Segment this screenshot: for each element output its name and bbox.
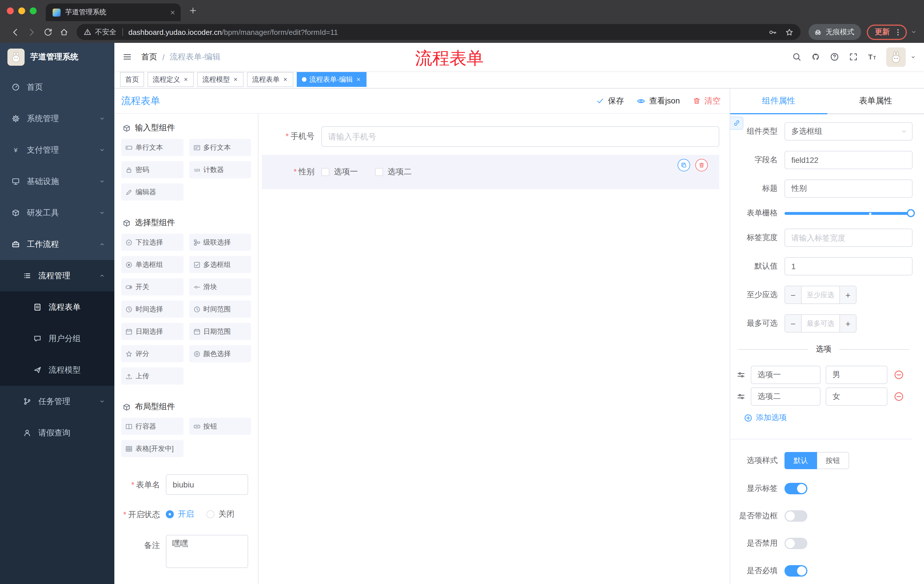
tab-component-props[interactable]: 组件属性 [730,89,827,114]
gender-option2-checkbox[interactable]: 选项二 [375,167,412,177]
option-label-input[interactable] [751,387,820,406]
fullscreen-icon[interactable] [848,52,858,62]
toolbar-chevron-icon[interactable] [910,29,917,35]
sidebar-logo[interactable]: 芋道管理系统 [0,43,114,71]
min-select-input[interactable] [802,286,839,303]
browser-menu-icon[interactable] [894,28,902,36]
palette-item-upload[interactable]: 上传 [121,367,183,385]
palette-item-slider[interactable]: 滑块 [189,278,251,295]
bookmark-star-icon[interactable] [785,28,794,36]
palette-item-rate[interactable]: 评分 [121,345,183,362]
sidebar-item-system[interactable]: 系统管理 [0,103,114,134]
user-avatar[interactable] [886,47,906,67]
form-name-input[interactable] [166,474,248,495]
tag-close-icon[interactable] [233,77,238,82]
tag-process-model[interactable]: 流程模型 [197,72,244,87]
decrement-button[interactable]: − [785,286,802,303]
palette-item-color-picker[interactable]: 颜色选择 [189,345,251,362]
tag-close-icon[interactable] [356,77,361,82]
gender-option1-checkbox[interactable]: 选项一 [321,167,358,177]
style-default-button[interactable]: 默认 [784,452,817,469]
window-close-button[interactable] [7,7,14,14]
help-icon[interactable] [830,52,839,62]
decrement-button[interactable]: − [785,315,802,332]
remark-textarea[interactable]: 嘿嘿 [166,535,248,568]
window-zoom-button[interactable] [30,7,36,14]
sidebar-item-workflow[interactable]: 工作流程 [0,229,114,260]
tab-form-props[interactable]: 表单属性 [827,89,924,114]
increment-button[interactable]: + [839,286,856,303]
hamburger-icon[interactable] [122,52,132,62]
border-switch[interactable] [784,510,807,522]
label-width-input[interactable] [784,229,912,247]
palette-item-editor[interactable]: 编辑器 [121,183,183,201]
palette-item-single-line-text[interactable]: 单行文本 [121,139,183,156]
tag-process-form-edit[interactable]: 流程表单-编辑 [297,72,366,87]
remove-option-button[interactable] [894,392,904,402]
forward-icon[interactable] [27,27,36,37]
breadcrumb-home[interactable]: 首页 [141,52,157,62]
slider-handle[interactable] [907,209,915,217]
palette-item-select[interactable]: 下拉选择 [121,234,183,251]
back-icon[interactable] [10,27,20,37]
clear-button[interactable]: 清空 [693,96,721,106]
security-label[interactable]: 不安全 [95,27,116,37]
sidebar-item-process-model[interactable]: 流程模型 [0,354,114,386]
palette-item-cascader[interactable]: 级联选择 [189,234,251,251]
component-type-select[interactable]: 多选框组 [784,122,912,141]
palette-item-date-range[interactable]: 日期范围 [189,323,251,340]
status-on-radio[interactable]: 开启 [166,509,194,520]
phone-input[interactable] [321,126,719,147]
required-switch[interactable] [784,565,807,577]
browser-home-icon[interactable] [59,28,69,36]
sidebar-item-infrastructure[interactable]: 基础设施 [0,166,114,197]
option-value-input[interactable] [826,366,888,384]
avatar-caret-icon[interactable] [910,54,916,60]
sidebar-item-task-management[interactable]: 任务管理 [0,386,114,417]
remove-option-button[interactable] [894,370,904,380]
widget-copy-button[interactable] [678,159,690,171]
option-label-input[interactable] [751,366,820,384]
address-bar[interactable]: 不安全 dashboard.yudao.iocoder.cn/bpm/manag… [77,24,800,40]
sidebar-item-leave-query[interactable]: 请假查询 [0,417,114,449]
tag-close-icon[interactable] [282,77,288,82]
view-json-button[interactable]: 查看json [637,96,680,106]
drag-handle-icon[interactable] [736,370,746,380]
palette-item-row-container[interactable]: 行容器 [121,418,183,435]
default-value-input[interactable] [784,257,912,275]
palette-item-checkbox-group[interactable]: 多选框组 [189,256,251,273]
form-canvas[interactable]: *手机号 *性别 [259,114,729,584]
status-off-radio[interactable]: 关闭 [206,509,234,520]
palette-item-date-picker[interactable]: 日期选择 [121,323,183,340]
palette-item-radio-group[interactable]: 单选框组 [121,256,183,273]
sidebar-item-devtools[interactable]: 研发工具 [0,197,114,229]
tab-close-icon[interactable] [169,9,176,16]
new-tab-button[interactable] [189,6,197,15]
update-button[interactable]: 更新 [867,24,907,40]
sidebar-item-payment[interactable]: 支付管理 [0,134,114,166]
selected-widget-gender[interactable]: *性别 选项一 选项二 [262,155,719,189]
github-icon[interactable] [811,52,820,62]
palette-item-time-range[interactable]: 时间范围 [189,301,251,318]
palette-item-multi-line-text[interactable]: 多行文本 [189,139,251,156]
grid-slider[interactable] [784,209,912,217]
reload-icon[interactable] [43,28,53,36]
disabled-switch[interactable] [784,538,807,549]
title-input[interactable] [784,179,912,198]
palette-item-switch[interactable]: 开关 [121,278,183,295]
tag-process-definition[interactable]: 流程定义 [147,72,194,87]
password-key-icon[interactable] [769,28,777,36]
palette-item-table[interactable]: 表格[开发中] [121,440,183,457]
sidebar-item-process-management[interactable]: 流程管理 [0,260,114,291]
sidebar-item-home[interactable]: 首页 [0,71,114,103]
anchor-link-chip[interactable] [730,117,743,130]
field-name-input[interactable] [784,151,912,169]
tag-close-icon[interactable] [183,77,189,82]
tag-process-form[interactable]: 流程表单 [247,72,293,87]
increment-button[interactable]: + [839,315,856,332]
add-option-button[interactable]: 添加选项 [744,413,912,423]
palette-item-time-picker[interactable]: 时间选择 [121,301,183,318]
show-label-switch[interactable] [784,483,807,494]
style-button-button[interactable]: 按钮 [817,452,849,469]
option-value-input[interactable] [826,387,888,406]
